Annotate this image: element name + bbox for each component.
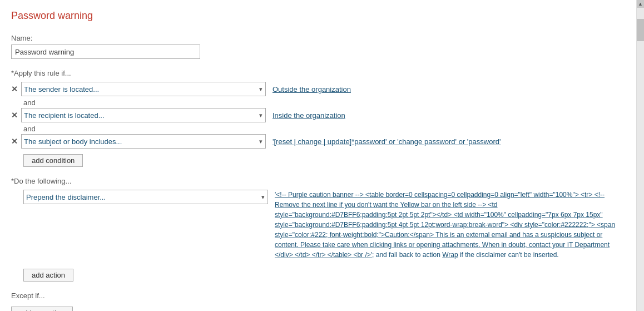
- remove-condition-2[interactable]: ✕: [11, 111, 18, 119]
- condition-select-1[interactable]: The sender is located...: [21, 82, 266, 96]
- action-section: *Do the following... Prepend the disclai…: [11, 177, 625, 260]
- disclaimer-html-text[interactable]: '<!-- Purple caution banner --> <table b…: [275, 191, 615, 259]
- condition-select-wrapper-2: The recipient is located...: [21, 108, 266, 122]
- action-select[interactable]: Prepend the disclaimer...: [23, 190, 268, 204]
- remove-condition-1[interactable]: ✕: [11, 85, 18, 93]
- page-title: Password warning: [11, 10, 625, 22]
- action-value-text: '<!-- Purple caution banner --> <table b…: [275, 190, 620, 260]
- connector-2: and: [23, 125, 625, 133]
- name-input[interactable]: [11, 45, 200, 59]
- wrap-link[interactable]: Wrap: [442, 251, 458, 259]
- condition-select-3[interactable]: The subject or body includes...: [21, 134, 266, 149]
- action-suffix: if the disclaimer can't be inserted.: [458, 251, 559, 259]
- add-condition-button[interactable]: add condition: [23, 154, 83, 167]
- action-row: Prepend the disclaimer... '<!-- Purple c…: [11, 190, 625, 260]
- condition-value-1[interactable]: Outside the organization: [273, 85, 351, 93]
- do-following-label: *Do the following...: [11, 177, 625, 185]
- main-content: Password warning Name: *Apply this rule …: [0, 0, 636, 311]
- page-container: Password warning Name: *Apply this rule …: [0, 0, 644, 311]
- condition-select-wrapper-1: The sender is located...: [21, 82, 266, 96]
- name-label: Name:: [11, 34, 625, 42]
- condition-row-2: ✕ The recipient is located... Inside the…: [11, 108, 625, 122]
- except-section: Except if... add exception: [11, 292, 625, 311]
- action-fallback-text: ; and fall back to action: [372, 251, 442, 259]
- action-select-wrapper: Prepend the disclaimer...: [23, 190, 268, 204]
- condition-row-1: ✕ The sender is located... Outside the o…: [11, 82, 625, 96]
- except-if-label: Except if...: [11, 292, 625, 300]
- scroll-track: [637, 8, 644, 311]
- apply-rule-label: *Apply this rule if...: [11, 69, 625, 77]
- remove-condition-3[interactable]: ✕: [11, 137, 18, 145]
- scrollbar: ▲ ▼: [636, 0, 644, 311]
- connector-1: and: [23, 98, 625, 107]
- condition-row-3: ✕ The subject or body includes... '[rese…: [11, 134, 625, 149]
- scroll-thumb[interactable]: [637, 19, 644, 41]
- condition-select-wrapper-3: The subject or body includes...: [21, 134, 266, 149]
- scroll-up-arrow[interactable]: ▲: [637, 0, 645, 8]
- add-action-button[interactable]: add action: [23, 269, 73, 282]
- add-exception-button[interactable]: add exception: [11, 307, 73, 311]
- condition-select-2[interactable]: The recipient is located...: [21, 108, 266, 122]
- condition-value-2[interactable]: Inside the organization: [273, 111, 345, 120]
- condition-value-3[interactable]: '[reset | change | update]*password' or …: [273, 137, 501, 146]
